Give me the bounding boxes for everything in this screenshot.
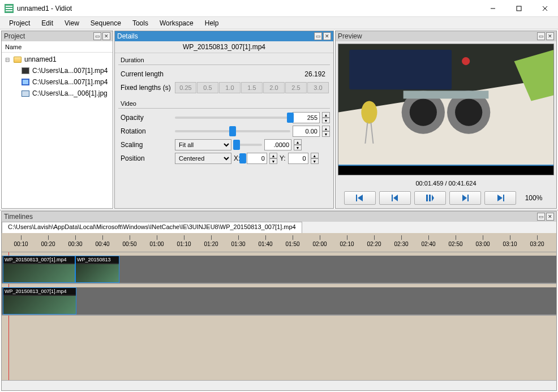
- rotation-slider[interactable]: [175, 130, 290, 132]
- clip-label: WP_20150813: [76, 256, 119, 263]
- timeline-clip[interactable]: WP_20150813_007[1].mp4: [3, 287, 76, 315]
- ruler-tick: 00:50: [116, 241, 143, 247]
- zoom-level: 100%: [520, 194, 548, 202]
- panel-dock-icon[interactable]: ▭: [314, 32, 322, 40]
- video-track-2[interactable]: WP_20150813_007[1].mp4: [2, 287, 556, 316]
- menu-workspace[interactable]: Workspace: [155, 18, 198, 28]
- fixed-length-button[interactable]: 2.0: [263, 82, 285, 93]
- pos-slider[interactable]: [242, 157, 244, 160]
- scaling-slider[interactable]: [234, 144, 262, 146]
- opacity-label: Opacity: [118, 114, 175, 122]
- title-bar: unnamed1 - Vidiot: [0, 0, 558, 17]
- fixed-length-button[interactable]: 1.0: [219, 82, 241, 93]
- ruler-tick: 02:30: [388, 241, 415, 247]
- ruler-tick: 01:10: [170, 241, 198, 247]
- tree-item[interactable]: C:\Users\La..._006[1].jpg: [2, 88, 113, 99]
- timeline-tab[interactable]: C:\Users\Lavish\AppData\Local\Microsoft\…: [2, 222, 302, 233]
- video-track-1[interactable]: WP_20150813_007[1].mp4WP_20150813: [2, 256, 556, 284]
- maximize-button[interactable]: [506, 0, 532, 17]
- timelines-header: Timelines ▭ ✕: [2, 212, 556, 222]
- ruler-tick: 00:10: [7, 241, 35, 247]
- svg-rect-33: [503, 195, 504, 201]
- details-panel: Details ▭ ✕ WP_20150813_007[1].mp4 Durat…: [114, 31, 334, 209]
- scaling-input[interactable]: [264, 139, 291, 150]
- play-pause-button[interactable]: [414, 191, 446, 205]
- opacity-slider[interactable]: [175, 117, 290, 119]
- timeline-ruler[interactable]: 00:1000:2000:3000:4000:5001:0001:1001:20…: [2, 233, 556, 252]
- panel-close-icon[interactable]: ✕: [102, 32, 110, 40]
- step-back-button[interactable]: [379, 191, 411, 205]
- svg-rect-27: [426, 195, 428, 201]
- app-icon: [5, 4, 14, 13]
- pos-x-input[interactable]: [247, 153, 267, 164]
- close-button[interactable]: [532, 0, 558, 17]
- timeline-tabs: C:\Users\Lavish\AppData\Local\Microsoft\…: [2, 222, 556, 233]
- tree-item-label: C:\Users\La...007[1].mp4: [32, 78, 108, 86]
- tree-item[interactable]: C:\Users\La...007[1].mp4: [2, 76, 113, 88]
- timelines-title: Timelines: [4, 213, 33, 221]
- step-forward-button[interactable]: [449, 191, 481, 205]
- tree-item[interactable]: C:\Users\La...007[1].mp4: [2, 65, 113, 76]
- svg-point-21: [462, 57, 470, 65]
- position-mode-select[interactable]: Centered: [175, 153, 231, 164]
- preview-title: Preview: [338, 32, 362, 40]
- svg-rect-1: [6, 6, 12, 7]
- svg-rect-28: [429, 195, 431, 201]
- preview-header: Preview ▭ ✕: [336, 31, 556, 41]
- preview-viewport[interactable]: [338, 44, 554, 175]
- panel-close-icon[interactable]: ✕: [546, 213, 554, 221]
- position-label: Position: [118, 154, 175, 162]
- ruler-tick: 02:40: [415, 241, 442, 247]
- project-panel: Project ▭ ✕ Name ⊟ unnamed1 C:\Users\La.…: [1, 31, 113, 209]
- timeline-scrollbar[interactable]: [2, 380, 556, 390]
- fixed-length-button[interactable]: 0.5: [197, 82, 218, 93]
- panel-dock-icon[interactable]: ▭: [537, 213, 545, 221]
- scaling-mode-select[interactable]: Fit all: [175, 139, 231, 150]
- pos-x-spinner[interactable]: ▲▼: [269, 153, 277, 164]
- svg-marker-24: [358, 195, 363, 201]
- ruler-tick: 00:20: [35, 241, 62, 247]
- menu-view[interactable]: View: [60, 18, 84, 28]
- menu-help[interactable]: Help: [200, 18, 224, 28]
- opacity-input[interactable]: [293, 112, 320, 123]
- panel-dock-icon[interactable]: ▭: [93, 32, 101, 40]
- menu-sequence[interactable]: Sequence: [86, 18, 126, 28]
- tree-root[interactable]: ⊟ unnamed1: [2, 54, 113, 65]
- current-length-value: 26.192: [304, 70, 330, 78]
- menu-project[interactable]: Project: [5, 18, 35, 28]
- pos-y-spinner[interactable]: ▲▼: [311, 153, 319, 164]
- go-start-button[interactable]: [344, 191, 376, 205]
- panel-dock-icon[interactable]: ▭: [537, 32, 545, 40]
- svg-rect-25: [392, 195, 393, 201]
- expander-icon[interactable]: ⊟: [4, 57, 11, 63]
- fixed-length-button[interactable]: 1.5: [241, 82, 263, 93]
- timeline-clip[interactable]: WP_20150813: [75, 256, 119, 283]
- rotation-input[interactable]: [293, 126, 320, 137]
- timelines-panel: Timelines ▭ ✕ C:\Users\Lavish\AppData\Lo…: [1, 211, 557, 391]
- duration-group: Duration Current length 26.192 Fixed len…: [118, 55, 330, 94]
- menu-tools[interactable]: Tools: [128, 18, 153, 28]
- menu-edit[interactable]: Edit: [37, 18, 58, 28]
- rotation-spinner[interactable]: ▲▼: [322, 126, 330, 137]
- panel-close-icon[interactable]: ✕: [546, 32, 554, 40]
- project-title: Project: [4, 32, 25, 40]
- pos-y-input[interactable]: [288, 153, 308, 164]
- fixed-length-button[interactable]: 3.0: [307, 82, 329, 93]
- scaling-spinner[interactable]: ▲▼: [294, 139, 302, 150]
- fixed-length-button[interactable]: 0.25: [175, 82, 196, 93]
- timeline-clip[interactable]: WP_20150813_007[1].mp4: [3, 256, 75, 283]
- svg-marker-26: [393, 195, 398, 201]
- opacity-spinner[interactable]: ▲▼: [322, 112, 330, 123]
- panel-close-icon[interactable]: ✕: [323, 32, 331, 40]
- svg-rect-9: [23, 80, 28, 84]
- go-end-button[interactable]: [484, 191, 516, 205]
- svg-point-16: [455, 98, 482, 126]
- folder-icon: [13, 55, 22, 64]
- fixed-length-button[interactable]: 2.5: [285, 82, 307, 93]
- ruler-tick: 01:50: [279, 241, 306, 247]
- minimize-button[interactable]: [480, 0, 506, 17]
- project-column-name[interactable]: Name: [2, 41, 113, 53]
- window-title: unnamed1 - Vidiot: [17, 5, 480, 12]
- preview-timebar[interactable]: [338, 165, 553, 175]
- ruler-tick: 00:30: [62, 241, 89, 247]
